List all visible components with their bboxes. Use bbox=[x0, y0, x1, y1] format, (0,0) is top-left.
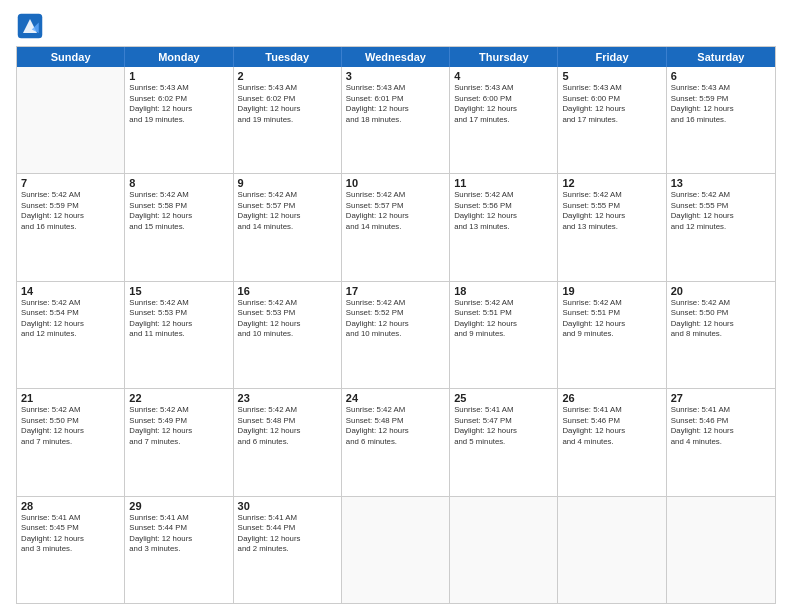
col-header-sunday: Sunday bbox=[17, 47, 125, 67]
day-info: Sunrise: 5:43 AM Sunset: 5:59 PM Dayligh… bbox=[671, 83, 771, 125]
day-cell-15: 15Sunrise: 5:42 AM Sunset: 5:53 PM Dayli… bbox=[125, 282, 233, 388]
day-number: 27 bbox=[671, 392, 771, 404]
day-info: Sunrise: 5:43 AM Sunset: 6:02 PM Dayligh… bbox=[238, 83, 337, 125]
col-header-tuesday: Tuesday bbox=[234, 47, 342, 67]
day-cell-4: 4Sunrise: 5:43 AM Sunset: 6:00 PM Daylig… bbox=[450, 67, 558, 173]
day-number: 6 bbox=[671, 70, 771, 82]
day-number: 24 bbox=[346, 392, 445, 404]
col-header-wednesday: Wednesday bbox=[342, 47, 450, 67]
empty-cell bbox=[342, 497, 450, 603]
day-number: 2 bbox=[238, 70, 337, 82]
day-info: Sunrise: 5:42 AM Sunset: 5:57 PM Dayligh… bbox=[238, 190, 337, 232]
day-info: Sunrise: 5:41 AM Sunset: 5:46 PM Dayligh… bbox=[671, 405, 771, 447]
day-number: 17 bbox=[346, 285, 445, 297]
day-cell-19: 19Sunrise: 5:42 AM Sunset: 5:51 PM Dayli… bbox=[558, 282, 666, 388]
day-number: 21 bbox=[21, 392, 120, 404]
day-info: Sunrise: 5:42 AM Sunset: 5:49 PM Dayligh… bbox=[129, 405, 228, 447]
day-info: Sunrise: 5:42 AM Sunset: 5:56 PM Dayligh… bbox=[454, 190, 553, 232]
col-header-saturday: Saturday bbox=[667, 47, 775, 67]
day-number: 12 bbox=[562, 177, 661, 189]
day-info: Sunrise: 5:42 AM Sunset: 5:50 PM Dayligh… bbox=[21, 405, 120, 447]
day-number: 18 bbox=[454, 285, 553, 297]
day-cell-16: 16Sunrise: 5:42 AM Sunset: 5:53 PM Dayli… bbox=[234, 282, 342, 388]
day-info: Sunrise: 5:42 AM Sunset: 5:53 PM Dayligh… bbox=[129, 298, 228, 340]
day-cell-10: 10Sunrise: 5:42 AM Sunset: 5:57 PM Dayli… bbox=[342, 174, 450, 280]
day-number: 30 bbox=[238, 500, 337, 512]
day-number: 8 bbox=[129, 177, 228, 189]
day-number: 1 bbox=[129, 70, 228, 82]
day-info: Sunrise: 5:42 AM Sunset: 5:48 PM Dayligh… bbox=[346, 405, 445, 447]
day-info: Sunrise: 5:43 AM Sunset: 6:00 PM Dayligh… bbox=[454, 83, 553, 125]
day-cell-3: 3Sunrise: 5:43 AM Sunset: 6:01 PM Daylig… bbox=[342, 67, 450, 173]
day-number: 7 bbox=[21, 177, 120, 189]
day-cell-12: 12Sunrise: 5:42 AM Sunset: 5:55 PM Dayli… bbox=[558, 174, 666, 280]
day-info: Sunrise: 5:42 AM Sunset: 5:58 PM Dayligh… bbox=[129, 190, 228, 232]
calendar-page: SundayMondayTuesdayWednesdayThursdayFrid… bbox=[0, 0, 792, 612]
day-number: 22 bbox=[129, 392, 228, 404]
day-info: Sunrise: 5:41 AM Sunset: 5:44 PM Dayligh… bbox=[238, 513, 337, 555]
day-info: Sunrise: 5:41 AM Sunset: 5:46 PM Dayligh… bbox=[562, 405, 661, 447]
day-cell-24: 24Sunrise: 5:42 AM Sunset: 5:48 PM Dayli… bbox=[342, 389, 450, 495]
day-cell-6: 6Sunrise: 5:43 AM Sunset: 5:59 PM Daylig… bbox=[667, 67, 775, 173]
week-row-1: 1Sunrise: 5:43 AM Sunset: 6:02 PM Daylig… bbox=[17, 67, 775, 174]
day-number: 3 bbox=[346, 70, 445, 82]
col-header-thursday: Thursday bbox=[450, 47, 558, 67]
day-cell-27: 27Sunrise: 5:41 AM Sunset: 5:46 PM Dayli… bbox=[667, 389, 775, 495]
day-info: Sunrise: 5:42 AM Sunset: 5:50 PM Dayligh… bbox=[671, 298, 771, 340]
empty-cell bbox=[17, 67, 125, 173]
logo bbox=[16, 12, 48, 40]
day-cell-9: 9Sunrise: 5:42 AM Sunset: 5:57 PM Daylig… bbox=[234, 174, 342, 280]
day-number: 20 bbox=[671, 285, 771, 297]
day-number: 23 bbox=[238, 392, 337, 404]
week-row-3: 14Sunrise: 5:42 AM Sunset: 5:54 PM Dayli… bbox=[17, 282, 775, 389]
day-info: Sunrise: 5:42 AM Sunset: 5:59 PM Dayligh… bbox=[21, 190, 120, 232]
calendar: SundayMondayTuesdayWednesdayThursdayFrid… bbox=[16, 46, 776, 604]
day-cell-7: 7Sunrise: 5:42 AM Sunset: 5:59 PM Daylig… bbox=[17, 174, 125, 280]
day-cell-18: 18Sunrise: 5:42 AM Sunset: 5:51 PM Dayli… bbox=[450, 282, 558, 388]
day-cell-11: 11Sunrise: 5:42 AM Sunset: 5:56 PM Dayli… bbox=[450, 174, 558, 280]
day-info: Sunrise: 5:42 AM Sunset: 5:55 PM Dayligh… bbox=[671, 190, 771, 232]
day-number: 14 bbox=[21, 285, 120, 297]
day-cell-25: 25Sunrise: 5:41 AM Sunset: 5:47 PM Dayli… bbox=[450, 389, 558, 495]
day-info: Sunrise: 5:43 AM Sunset: 6:00 PM Dayligh… bbox=[562, 83, 661, 125]
day-number: 4 bbox=[454, 70, 553, 82]
page-header bbox=[16, 12, 776, 40]
day-number: 5 bbox=[562, 70, 661, 82]
day-number: 26 bbox=[562, 392, 661, 404]
day-cell-26: 26Sunrise: 5:41 AM Sunset: 5:46 PM Dayli… bbox=[558, 389, 666, 495]
empty-cell bbox=[667, 497, 775, 603]
day-info: Sunrise: 5:42 AM Sunset: 5:51 PM Dayligh… bbox=[562, 298, 661, 340]
day-info: Sunrise: 5:42 AM Sunset: 5:51 PM Dayligh… bbox=[454, 298, 553, 340]
week-row-2: 7Sunrise: 5:42 AM Sunset: 5:59 PM Daylig… bbox=[17, 174, 775, 281]
day-cell-13: 13Sunrise: 5:42 AM Sunset: 5:55 PM Dayli… bbox=[667, 174, 775, 280]
day-cell-23: 23Sunrise: 5:42 AM Sunset: 5:48 PM Dayli… bbox=[234, 389, 342, 495]
day-number: 28 bbox=[21, 500, 120, 512]
week-row-4: 21Sunrise: 5:42 AM Sunset: 5:50 PM Dayli… bbox=[17, 389, 775, 496]
calendar-header-row: SundayMondayTuesdayWednesdayThursdayFrid… bbox=[17, 47, 775, 67]
day-number: 13 bbox=[671, 177, 771, 189]
day-info: Sunrise: 5:42 AM Sunset: 5:48 PM Dayligh… bbox=[238, 405, 337, 447]
day-cell-17: 17Sunrise: 5:42 AM Sunset: 5:52 PM Dayli… bbox=[342, 282, 450, 388]
day-info: Sunrise: 5:43 AM Sunset: 6:02 PM Dayligh… bbox=[129, 83, 228, 125]
day-info: Sunrise: 5:42 AM Sunset: 5:57 PM Dayligh… bbox=[346, 190, 445, 232]
day-info: Sunrise: 5:41 AM Sunset: 5:45 PM Dayligh… bbox=[21, 513, 120, 555]
day-info: Sunrise: 5:41 AM Sunset: 5:47 PM Dayligh… bbox=[454, 405, 553, 447]
day-info: Sunrise: 5:42 AM Sunset: 5:52 PM Dayligh… bbox=[346, 298, 445, 340]
day-info: Sunrise: 5:42 AM Sunset: 5:53 PM Dayligh… bbox=[238, 298, 337, 340]
day-cell-29: 29Sunrise: 5:41 AM Sunset: 5:44 PM Dayli… bbox=[125, 497, 233, 603]
day-info: Sunrise: 5:41 AM Sunset: 5:44 PM Dayligh… bbox=[129, 513, 228, 555]
day-cell-5: 5Sunrise: 5:43 AM Sunset: 6:00 PM Daylig… bbox=[558, 67, 666, 173]
day-cell-20: 20Sunrise: 5:42 AM Sunset: 5:50 PM Dayli… bbox=[667, 282, 775, 388]
day-cell-28: 28Sunrise: 5:41 AM Sunset: 5:45 PM Dayli… bbox=[17, 497, 125, 603]
calendar-body: 1Sunrise: 5:43 AM Sunset: 6:02 PM Daylig… bbox=[17, 67, 775, 603]
day-number: 25 bbox=[454, 392, 553, 404]
day-number: 11 bbox=[454, 177, 553, 189]
empty-cell bbox=[558, 497, 666, 603]
day-number: 29 bbox=[129, 500, 228, 512]
day-number: 15 bbox=[129, 285, 228, 297]
day-info: Sunrise: 5:42 AM Sunset: 5:54 PM Dayligh… bbox=[21, 298, 120, 340]
day-number: 16 bbox=[238, 285, 337, 297]
day-number: 10 bbox=[346, 177, 445, 189]
day-cell-2: 2Sunrise: 5:43 AM Sunset: 6:02 PM Daylig… bbox=[234, 67, 342, 173]
day-cell-30: 30Sunrise: 5:41 AM Sunset: 5:44 PM Dayli… bbox=[234, 497, 342, 603]
